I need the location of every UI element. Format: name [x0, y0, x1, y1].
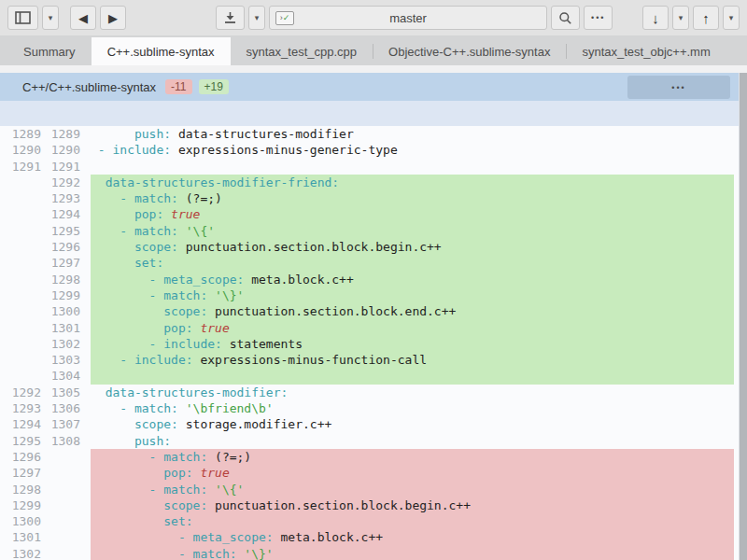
diff-row[interactable]: 1293 - match: (?=;) — [0, 190, 747, 206]
source-line: scope: storage.modifier.c++ — [91, 416, 734, 432]
new-line-number: 1308 — [41, 433, 80, 449]
source-line: data-structures-modifier-friend: — [91, 175, 734, 190]
file-diff-header[interactable]: C++/C++.sublime-syntax -11 +19 ••• — [0, 73, 747, 101]
diff-row[interactable]: 1300 set: — [0, 513, 747, 529]
diff-row[interactable]: 12921305 data-structures-modifier: — [0, 385, 747, 400]
file-tab-bar: Summary C++.sublime-syntax syntax_test_c… — [0, 35, 747, 65]
tab-cpp-sublime-syntax[interactable]: C++.sublime-syntax — [92, 37, 231, 65]
diff-row[interactable]: 1299 scope: punctuation.section.block.be… — [0, 497, 747, 513]
diff-row[interactable]: 1303 - include: expressions-minus-functi… — [0, 352, 747, 368]
diff-row[interactable]: 1294 pop: true — [0, 206, 747, 222]
file-options-button[interactable]: ••• — [627, 76, 730, 99]
layout-panel-button[interactable] — [7, 6, 38, 30]
tabbar-spacer — [0, 65, 747, 73]
search-button[interactable] — [551, 6, 580, 30]
old-line-number — [0, 287, 41, 303]
diff-row[interactable]: 1297 set: — [0, 255, 747, 271]
new-line-number: 1296 — [41, 239, 80, 255]
new-line-number: 1290 — [41, 142, 80, 158]
toolbar: ▾ ◀ ▶ ▾ ›✓ master ••• — [0, 0, 747, 35]
diff-row[interactable]: 12951308 push: — [0, 433, 747, 449]
new-line-number: 1300 — [41, 303, 80, 319]
source-line — [91, 368, 734, 384]
new-line-number: 1289 — [41, 126, 80, 142]
old-line-number — [0, 272, 41, 287]
pull-button[interactable]: ↓ — [642, 6, 669, 30]
source-line: - meta_scope: meta.block.c++ — [91, 529, 734, 545]
source-line: - include: expressions-minus-function-ca… — [91, 352, 734, 368]
new-line-number — [41, 482, 80, 497]
tab-summary[interactable]: Summary — [7, 37, 92, 65]
diff-row[interactable]: 1298 - match: '\{' — [0, 482, 747, 497]
diff-row[interactable]: 12891289 push: data-structures-modifier — [0, 126, 747, 142]
old-line-number: 1294 — [0, 416, 41, 432]
diff-row[interactable]: 1301 pop: true — [0, 320, 747, 336]
old-line-number: 1290 — [0, 142, 41, 158]
ellipsis-icon: ••• — [591, 13, 605, 22]
source-line: pop: true — [91, 465, 734, 481]
old-line-number — [0, 336, 41, 352]
diff-row[interactable]: 1304 — [0, 368, 747, 384]
old-line-number — [0, 320, 41, 336]
new-line-number: 1295 — [41, 223, 80, 239]
source-line: pop: true — [91, 320, 734, 336]
toolbar-overflow-button[interactable]: ••• — [584, 6, 613, 30]
diff-row[interactable]: 1296 scope: punctuation.section.block.be… — [0, 239, 747, 255]
tab-syntax-test-cpp[interactable]: syntax_test_cpp.cpp — [231, 37, 374, 65]
new-line-number: 1291 — [41, 159, 80, 175]
forward-button[interactable]: ▶ — [100, 6, 126, 30]
old-line-number — [0, 303, 41, 319]
back-icon: ◀ — [78, 11, 88, 25]
tab-objective-cpp-sublime-syntax[interactable]: Objective-C++.sublime-syntax — [373, 37, 566, 65]
source-line: - match: (?=;) — [91, 449, 734, 465]
diff-row[interactable]: 1302 - match: '\}' — [0, 546, 747, 560]
old-line-number — [0, 206, 41, 222]
diff-row[interactable]: 1299 - match: '\}' — [0, 287, 747, 303]
source-line: set: — [91, 255, 734, 271]
diff-row[interactable]: 1302 - include: statements — [0, 336, 747, 352]
old-line-number: 1289 — [0, 126, 41, 142]
new-line-number: 1304 — [41, 368, 80, 384]
push-dropdown-button[interactable]: ▾ — [723, 6, 740, 30]
diff-row[interactable]: 1292 data-structures-modifier-friend: — [0, 175, 747, 190]
old-line-number: 1299 — [0, 497, 41, 513]
old-line-number — [0, 190, 41, 206]
tab-syntax-test-objcpp[interactable]: syntax_test_objc++.mm — [566, 37, 726, 65]
pull-dropdown-button[interactable]: ▾ — [672, 6, 689, 30]
back-button[interactable]: ◀ — [70, 6, 96, 30]
vertical-scrollbar[interactable] — [739, 73, 747, 560]
chevron-down-icon: ▾ — [49, 13, 53, 22]
source-line: - match: '\{' — [91, 482, 734, 497]
source-line: - include: expressions-minus-generic-typ… — [91, 142, 734, 158]
branch-label: master — [270, 11, 546, 25]
diff-row[interactable]: 1298 - meta_scope: meta.block.c++ — [0, 272, 747, 287]
chevron-down-icon: ▾ — [679, 13, 684, 22]
diff-row[interactable]: 1297 pop: true — [0, 465, 747, 481]
diff-row[interactable]: 12911291 — [0, 159, 747, 175]
diff-row[interactable]: 1296 - match: (?=;) — [0, 449, 747, 465]
layout-dropdown-button[interactable]: ▾ — [42, 6, 59, 30]
ellipsis-icon: ••• — [671, 83, 685, 92]
search-icon — [558, 11, 572, 25]
old-line-number — [0, 175, 41, 190]
new-line-number — [41, 449, 80, 465]
diff-row[interactable]: 12931306 - match: '\bfriend\b' — [0, 400, 747, 416]
source-line: push: — [91, 433, 734, 449]
old-line-number: 1293 — [0, 400, 41, 416]
commit-button[interactable] — [216, 6, 245, 30]
old-line-number: 1300 — [0, 513, 41, 529]
diff-row[interactable]: 12941307 scope: storage.modifier.c++ — [0, 416, 747, 432]
diff-row[interactable]: 1300 scope: punctuation.section.block.en… — [0, 303, 747, 319]
commit-dropdown-button[interactable]: ▾ — [248, 6, 265, 30]
branch-field[interactable]: ›✓ master — [269, 6, 547, 30]
push-button[interactable]: ↑ — [693, 6, 719, 30]
source-line: - match: '\bfriend\b' — [91, 400, 734, 416]
diff-row[interactable]: 12901290 - include: expressions-minus-ge… — [0, 142, 747, 158]
collapsed-context-gap[interactable] — [0, 101, 747, 126]
old-line-number — [0, 223, 41, 239]
new-line-number: 1303 — [41, 352, 80, 368]
source-line: - meta_scope: meta.block.c++ — [91, 272, 734, 287]
diff-row[interactable]: 1295 - match: '\{' — [0, 223, 747, 239]
source-line: - match: '\{' — [91, 223, 734, 239]
diff-row[interactable]: 1301 - meta_scope: meta.block.c++ — [0, 529, 747, 545]
